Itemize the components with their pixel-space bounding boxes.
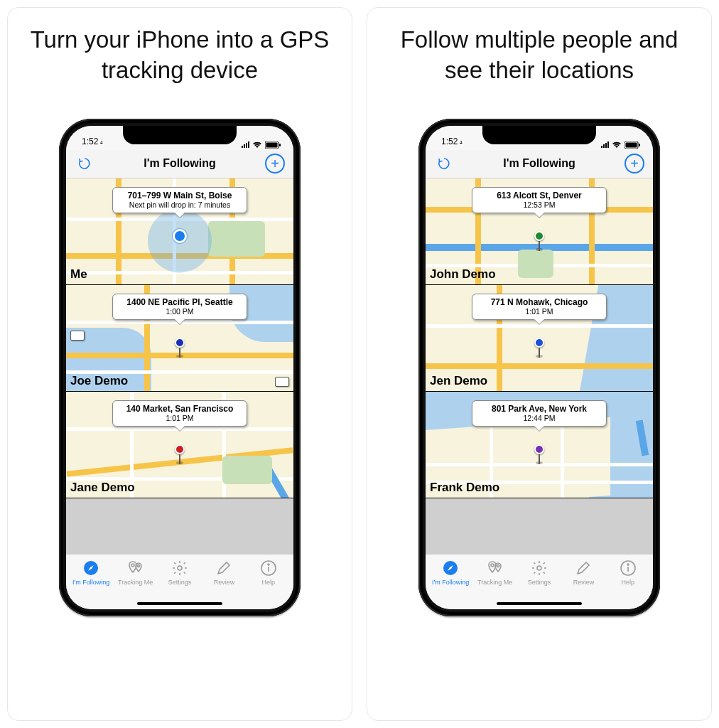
location-callout[interactable]: 771 N Mohawk, Chicago 1:01 PM <box>472 294 607 320</box>
map-cell-john[interactable]: 613 Alcott St, Denver 12:53 PM John Demo <box>426 178 653 285</box>
map-list: 701–799 W Main St, Boise Next pin will d… <box>66 178 293 554</box>
refresh-button[interactable] <box>75 154 94 173</box>
phone-mock-2: 1:52 ⁴ I'm Following + <box>418 119 660 616</box>
gear-icon <box>530 559 548 577</box>
mail-icon[interactable] <box>70 331 85 341</box>
phone-screen: 1:52 ⁴ I'm Following + <box>426 126 653 609</box>
location-callout[interactable]: 613 Alcott St, Denver 12:53 PM <box>472 187 607 213</box>
tab-help[interactable]: Help <box>606 559 650 586</box>
callout-address: 140 Market, San Francisco <box>120 404 239 414</box>
svg-point-14 <box>491 564 494 567</box>
location-callout[interactable]: 801 Park Ave, New York 12:44 PM <box>472 400 607 427</box>
nav-title: I'm Following <box>426 157 653 170</box>
svg-rect-12 <box>639 144 640 146</box>
callout-subtext: 12:44 PM <box>480 414 599 422</box>
person-pin <box>534 444 544 454</box>
svg-point-6 <box>178 566 182 570</box>
home-indicator <box>426 598 653 609</box>
callout-address: 1400 NE Pacific Pl, Seattle <box>120 297 239 307</box>
callout-address: 701–799 W Main St, Boise <box>120 191 239 200</box>
empty-area <box>426 498 653 554</box>
empty-area <box>66 498 293 554</box>
tab-review[interactable]: Review <box>202 559 246 586</box>
tab-label: Help <box>622 579 635 586</box>
svg-rect-2 <box>279 144 281 146</box>
callout-subtext: 1:01 PM <box>480 307 599 316</box>
notch <box>123 126 237 144</box>
mail-icon[interactable] <box>275 377 289 387</box>
tab-review[interactable]: Review <box>561 559 605 586</box>
callout-address: 771 N Mohawk, Chicago <box>480 297 599 307</box>
svg-point-16 <box>537 566 541 570</box>
marketing-panel-1: Turn your iPhone into a GPS tracking dev… <box>7 7 352 721</box>
tab-im-following[interactable]: I'm Following <box>428 559 472 586</box>
refresh-icon <box>77 156 92 171</box>
add-button[interactable]: + <box>265 154 285 173</box>
tab-label: Settings <box>528 579 551 586</box>
map-cell-me[interactable]: 701–799 W Main St, Boise Next pin will d… <box>66 178 293 285</box>
cell-person-name: Joe Demo <box>70 374 128 388</box>
cell-person-name: Frank Demo <box>430 481 499 495</box>
svg-point-9 <box>268 564 269 565</box>
person-pin <box>534 338 544 348</box>
wifi-icon <box>252 141 262 149</box>
status-time: 1:52 ⁴ <box>441 136 463 148</box>
gear-icon <box>171 559 189 577</box>
plus-icon: + <box>630 156 639 171</box>
person-pin <box>175 338 185 348</box>
phone-mock-1: 1:52 ⁴ I'm Following + <box>59 119 301 616</box>
add-button[interactable]: + <box>625 154 644 173</box>
cellular-icon <box>242 141 249 148</box>
callout-subtext: 12:53 PM <box>480 200 599 209</box>
tab-tracking-me[interactable]: Tracking Me <box>472 559 517 586</box>
tab-settings[interactable]: Settings <box>517 559 561 586</box>
tab-label: Review <box>214 579 235 586</box>
tab-bar: I'm Following Tracking Me Settings Revie… <box>66 554 293 598</box>
status-time: 1:52 ⁴ <box>82 136 103 148</box>
callout-address: 801 Park Ave, New York <box>480 404 599 414</box>
tab-tracking-me[interactable]: Tracking Me <box>113 559 157 586</box>
double-pin-icon <box>486 559 504 577</box>
tab-bar: I'm Following Tracking Me Settings Revie… <box>426 554 653 598</box>
location-callout[interactable]: 701–799 W Main St, Boise Next pin will d… <box>112 187 247 213</box>
wifi-icon <box>612 141 622 149</box>
info-icon <box>619 559 637 577</box>
battery-icon <box>265 141 281 149</box>
pencil-icon <box>574 559 593 577</box>
person-pin <box>175 444 185 454</box>
svg-point-19 <box>627 564 629 565</box>
map-cell-frank[interactable]: 801 Park Ave, New York 12:44 PM Frank De… <box>426 392 653 498</box>
svg-point-5 <box>137 564 139 567</box>
tab-help[interactable]: Help <box>247 559 291 586</box>
callout-subtext: Next pin will drop in: 7 minutes <box>120 200 239 209</box>
map-cell-joe[interactable]: 1400 NE Pacific Pl, Seattle 1:00 PM Joe … <box>66 285 293 392</box>
home-indicator <box>66 598 293 609</box>
tab-label: I'm Following <box>72 579 109 586</box>
callout-subtext: 1:01 PM <box>120 414 239 422</box>
tab-label: Help <box>262 579 276 586</box>
map-list: 613 Alcott St, Denver 12:53 PM John Demo <box>426 178 653 554</box>
phone-screen: 1:52 ⁴ I'm Following + <box>66 126 293 609</box>
nav-bar: I'm Following + <box>426 150 653 178</box>
svg-point-4 <box>131 564 134 567</box>
tab-settings[interactable]: Settings <box>158 559 202 586</box>
location-callout[interactable]: 140 Market, San Francisco 1:01 PM <box>112 400 247 427</box>
status-icons <box>242 141 281 149</box>
location-callout[interactable]: 1400 NE Pacific Pl, Seattle 1:00 PM <box>112 294 247 320</box>
tab-label: Tracking Me <box>477 579 512 586</box>
tab-label: Review <box>573 579 595 586</box>
person-pin <box>534 231 544 241</box>
refresh-button[interactable] <box>434 154 454 173</box>
notch <box>482 126 596 144</box>
map-cell-jane[interactable]: 140 Market, San Francisco 1:01 PM Jane D… <box>66 392 293 498</box>
callout-address: 613 Alcott St, Denver <box>480 191 599 200</box>
callout-subtext: 1:00 PM <box>120 307 239 316</box>
map-cell-jen[interactable]: 771 N Mohawk, Chicago 1:01 PM Jen Demo <box>426 285 653 392</box>
screenshot-pair: Turn your iPhone into a GPS tracking dev… <box>0 0 719 728</box>
pencil-icon <box>215 559 233 577</box>
cell-person-name: Jen Demo <box>430 374 487 388</box>
headline-2: Follow multiple people and see their loc… <box>383 25 696 86</box>
tab-im-following[interactable]: I'm Following <box>69 559 113 586</box>
status-icons <box>601 141 640 149</box>
cell-person-name: Me <box>70 267 87 282</box>
